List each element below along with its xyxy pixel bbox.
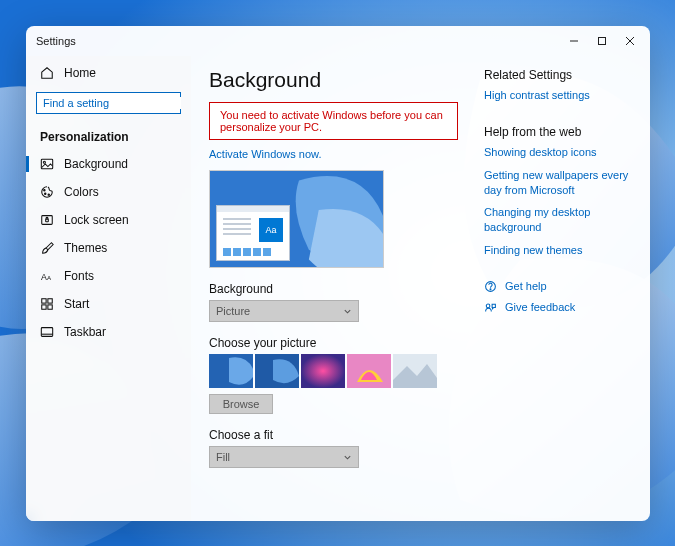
page-title: Background — [209, 68, 458, 92]
svg-point-29 — [490, 289, 491, 290]
svg-rect-13 — [46, 219, 49, 222]
background-type-label: Background — [209, 282, 458, 296]
settings-window: Settings Home Personalization Background — [26, 26, 650, 521]
sidebar-item-label: Fonts — [64, 269, 94, 283]
sidebar-item-themes[interactable]: Themes — [26, 234, 191, 262]
font-icon: AA — [40, 269, 54, 283]
svg-text:A: A — [41, 272, 47, 282]
svg-point-8 — [43, 161, 45, 163]
help-link-themes[interactable]: Finding new themes — [484, 243, 632, 258]
picture-icon — [40, 157, 54, 171]
thumbnail-bloom-2[interactable] — [255, 354, 299, 388]
sidebar-nav: Background Colors Lock screen Themes AA … — [26, 150, 191, 346]
svg-rect-17 — [48, 299, 52, 303]
sidebar-item-label: Themes — [64, 241, 107, 255]
svg-text:A: A — [47, 274, 52, 281]
sidebar-item-label: Colors — [64, 185, 99, 199]
thumbnail-bloom-1[interactable] — [209, 354, 253, 388]
sidebar-item-label: Taskbar — [64, 325, 106, 339]
taskbar-icon — [40, 325, 54, 339]
browse-button[interactable]: Browse — [209, 394, 273, 414]
brush-icon — [40, 241, 54, 255]
give-feedback-link[interactable]: Give feedback — [484, 301, 632, 314]
feedback-icon — [484, 301, 497, 314]
dropdown-value: Fill — [216, 451, 230, 463]
svg-point-9 — [44, 190, 45, 191]
svg-rect-20 — [41, 328, 52, 337]
svg-point-10 — [45, 193, 46, 194]
background-preview: Aa — [209, 170, 384, 268]
main-column: Background You need to activate Windows … — [209, 68, 458, 509]
svg-rect-25 — [301, 354, 345, 388]
minimize-button[interactable] — [560, 27, 588, 55]
sidebar: Home Personalization Background Colors — [26, 56, 191, 521]
thumbnail-mountain[interactable] — [393, 354, 437, 388]
grid-icon — [40, 297, 54, 311]
content: Background You need to activate Windows … — [191, 56, 650, 521]
activate-windows-link[interactable]: Activate Windows now. — [209, 148, 458, 160]
help-link-desktop-icons[interactable]: Showing desktop icons — [484, 145, 632, 160]
sidebar-home[interactable]: Home — [26, 60, 191, 86]
sidebar-item-taskbar[interactable]: Taskbar — [26, 318, 191, 346]
help-link-background[interactable]: Changing my desktop background — [484, 205, 632, 235]
home-icon — [40, 66, 54, 80]
close-button[interactable] — [616, 27, 644, 55]
fit-label: Choose a fit — [209, 428, 458, 442]
sidebar-item-start[interactable]: Start — [26, 290, 191, 318]
sidebar-item-label: Start — [64, 297, 89, 311]
svg-rect-2 — [599, 38, 606, 45]
sidebar-home-label: Home — [64, 66, 96, 80]
sidebar-item-background[interactable]: Background — [26, 150, 191, 178]
lock-icon — [40, 213, 54, 227]
titlebar[interactable]: Settings — [26, 26, 650, 56]
sidebar-item-fonts[interactable]: AA Fonts — [26, 262, 191, 290]
sidebar-section-label: Personalization — [26, 120, 191, 150]
sidebar-item-colors[interactable]: Colors — [26, 178, 191, 206]
background-type-dropdown[interactable]: Picture — [209, 300, 359, 322]
window-title: Settings — [36, 35, 76, 47]
dropdown-value: Picture — [216, 305, 250, 317]
help-icon — [484, 280, 497, 293]
preview-tile: Aa — [259, 218, 283, 242]
thumbnail-gradient[interactable] — [301, 354, 345, 388]
chevron-down-icon — [343, 307, 352, 316]
help-heading: Help from the web — [484, 125, 632, 139]
search-input-wrap[interactable] — [36, 92, 181, 114]
related-settings-heading: Related Settings — [484, 68, 632, 82]
fit-dropdown[interactable]: Fill — [209, 446, 359, 468]
thumbnail-flower[interactable] — [347, 354, 391, 388]
svg-rect-16 — [42, 299, 46, 303]
svg-point-11 — [48, 194, 49, 195]
search-input[interactable] — [43, 97, 181, 109]
svg-rect-19 — [48, 305, 52, 309]
high-contrast-link[interactable]: High contrast settings — [484, 88, 632, 103]
sidebar-item-lock-screen[interactable]: Lock screen — [26, 206, 191, 234]
chevron-down-icon — [343, 453, 352, 462]
sidebar-item-label: Lock screen — [64, 213, 129, 227]
activation-warning: You need to activate Windows before you … — [209, 102, 458, 140]
svg-rect-18 — [42, 305, 46, 309]
svg-point-30 — [486, 304, 490, 308]
maximize-button[interactable] — [588, 27, 616, 55]
choose-picture-label: Choose your picture — [209, 336, 458, 350]
help-link-wallpapers[interactable]: Getting new wallpapers every day from Mi… — [484, 168, 632, 198]
palette-icon — [40, 185, 54, 199]
preview-sample-window: Aa — [216, 205, 290, 261]
sidebar-item-label: Background — [64, 157, 128, 171]
get-help-link[interactable]: Get help — [484, 280, 632, 293]
aside-column: Related Settings High contrast settings … — [484, 68, 632, 509]
picture-thumbnails — [209, 354, 458, 388]
